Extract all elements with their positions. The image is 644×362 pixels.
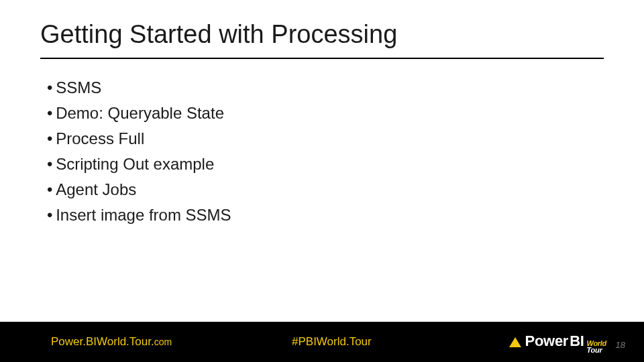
logo-text: Power BI World Tour (525, 333, 606, 354)
footer-hashtag: #PBIWorld.Tour (292, 335, 372, 349)
logo-word-tour: Tour (587, 347, 606, 354)
footer-bar: Power.BIWorld.Tour.com #PBIWorld.Tour Po… (0, 322, 644, 362)
footer-url-suffix: com (154, 337, 172, 347)
logo-word-bi: BI (570, 333, 584, 350)
footer-url: Power.BIWorld.Tour.com (51, 335, 172, 349)
footer-logo: Power BI World Tour (509, 333, 606, 354)
list-item: •Scripting Out example (47, 152, 597, 177)
list-item: •Insert image from SSMS (47, 202, 597, 228)
list-item: •SSMS (47, 75, 597, 101)
slide-title: Getting Started with Processing (40, 20, 397, 49)
list-item: •Agent Jobs (47, 177, 597, 202)
logo-mark-icon (509, 337, 521, 347)
bullet-text: SSMS (56, 78, 101, 97)
page-number: 18 (616, 340, 625, 350)
bullet-text: Agent Jobs (56, 180, 136, 198)
bullet-text: Process Full (56, 129, 144, 147)
title-underline (40, 58, 604, 59)
logo-word-power: Power (525, 333, 569, 350)
bullet-list: •SSMS •Demo: Queryable State •Process Fu… (47, 75, 597, 227)
bullet-text: Demo: Queryable State (56, 104, 224, 122)
list-item: •Process Full (47, 126, 597, 152)
bullet-text: Scripting Out example (56, 155, 214, 173)
logo-world-tour: World Tour (587, 341, 606, 354)
list-item: •Demo: Queryable State (47, 101, 597, 126)
bullet-text: Insert image from SSMS (56, 206, 231, 224)
footer-url-main: Power.BIWorld.Tour. (51, 335, 154, 348)
slide: Getting Started with Processing •SSMS •D… (0, 0, 644, 362)
